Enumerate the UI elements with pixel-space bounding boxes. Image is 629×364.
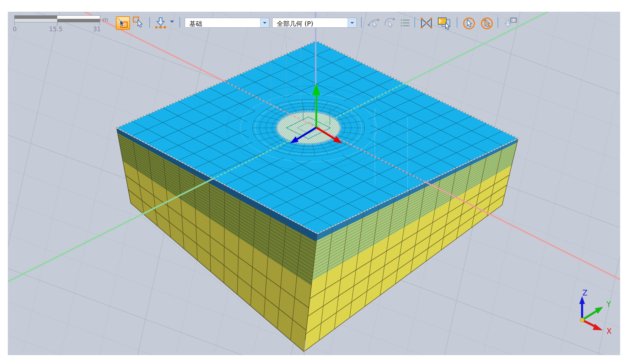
select-list-button[interactable]: [399, 16, 411, 30]
select-by-id-button[interactable]: ID: [502, 16, 518, 31]
pick-direction-dropdown-icon[interactable]: [170, 21, 174, 25]
select-all-icon: [461, 16, 477, 31]
filter-combobox-value: 全部几何 (P): [277, 20, 313, 28]
select-by-id-icon: ID: [502, 16, 518, 31]
toolbar-separator: [498, 17, 498, 28]
select-window-inside-icon: [436, 16, 453, 30]
select-polyline-button[interactable]: [367, 16, 382, 30]
viewport-3d[interactable]: ZYX: [8, 12, 620, 355]
filter-combobox-arrow-icon[interactable]: [348, 18, 356, 27]
select-window-inside-button[interactable]: [436, 16, 453, 30]
id-badge-label: ID: [511, 18, 516, 22]
filter-combobox[interactable]: 全部几何 (P): [272, 18, 357, 28]
application-window: ZYX 0 15.5 31 m: [0, 0, 629, 364]
toolbar-separator: [457, 17, 457, 28]
select-window-button[interactable]: [132, 16, 147, 30]
select-list-icon: [399, 16, 411, 30]
scale-bar: [14, 15, 100, 22]
triad-x-label: X: [607, 327, 612, 336]
triad-z-label: Z: [582, 289, 587, 297]
scale-tick-min: 0: [13, 26, 17, 32]
select-arc-button[interactable]: [383, 16, 398, 30]
model-canvas[interactable]: ZYX: [8, 12, 620, 355]
pick-direction-button[interactable]: [154, 16, 168, 30]
pick-direction-icon: [154, 16, 168, 30]
scale-tick-mid: 15.5: [49, 26, 63, 32]
deselect-all-button[interactable]: [478, 16, 495, 31]
deselect-all-icon: [478, 16, 495, 31]
select-arc-icon: [383, 16, 398, 30]
toolbar-separator: [414, 17, 415, 28]
scale-tick-max: 31: [93, 26, 101, 32]
select-intersect-button[interactable]: [419, 16, 434, 30]
group-combobox-arrow-icon[interactable]: [260, 18, 269, 27]
group-combobox-value: 基础: [189, 20, 202, 28]
group-combobox[interactable]: 基础: [185, 18, 269, 28]
toolbar-separator: [149, 17, 150, 28]
select-element-button[interactable]: [116, 16, 130, 30]
select-polyline-icon: [367, 16, 382, 30]
select-all-button[interactable]: [461, 16, 477, 31]
toolbar-separator: [361, 17, 362, 28]
select-window-icon: [132, 16, 147, 30]
select-intersect-icon: [419, 16, 434, 30]
triad-y-label: Y: [606, 300, 611, 309]
toolbar-separator: [179, 17, 180, 28]
select-element-icon: [117, 17, 129, 29]
scale-unit-label: m: [102, 16, 108, 23]
